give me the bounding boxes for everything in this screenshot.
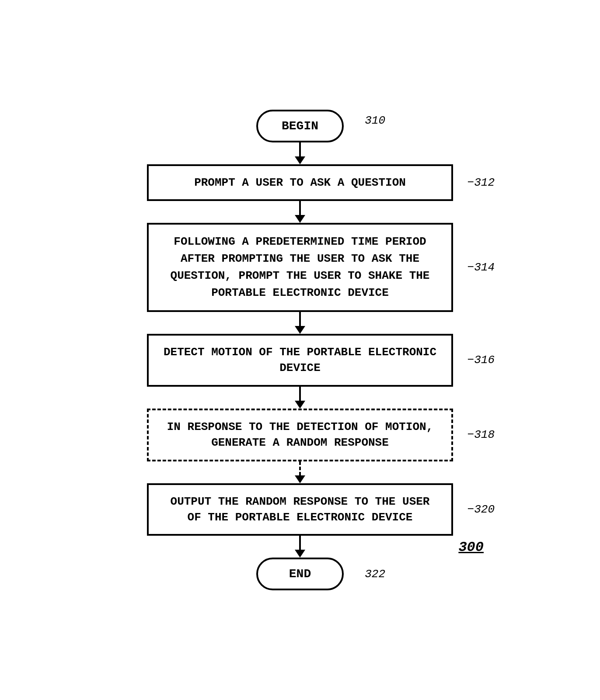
step4-box: IN RESPONSE TO THE DETECTION OF MOTION, …: [147, 409, 453, 461]
dashed-arrow-head: [295, 475, 305, 483]
end-box: END: [256, 558, 344, 590]
step2-label: FOLLOWING A PREDETERMINED TIME PERIOD AF…: [171, 235, 430, 299]
step5-label: OUTPUT THE RANDOM RESPONSE TO THE USER O…: [171, 495, 430, 524]
arrow-head-2: [295, 215, 305, 223]
arrow-head-3: [295, 326, 305, 334]
step4-node: IN RESPONSE TO THE DETECTION OF MOTION, …: [147, 409, 453, 461]
begin-node: BEGIN 310: [256, 110, 344, 142]
step4-ref: −318: [467, 428, 495, 441]
step2-node: FOLLOWING A PREDETERMINED TIME PERIOD AF…: [147, 223, 453, 312]
arrow-head: [295, 156, 305, 164]
arrow-6: [295, 536, 305, 558]
arrow-line-3: [299, 312, 301, 326]
step4-label: IN RESPONSE TO THE DETECTION OF MOTION, …: [167, 420, 433, 449]
begin-label: BEGIN: [282, 119, 318, 133]
step1-ref: −312: [467, 176, 495, 189]
begin-ref: 310: [365, 114, 385, 127]
step5-box: OUTPUT THE RANDOM RESPONSE TO THE USER O…: [147, 483, 453, 536]
end-node: END 322: [256, 558, 344, 590]
diagram-ref: 300: [458, 539, 484, 555]
flowchart-diagram: BEGIN 310 PROMPT A USER TO ASK A QUESTIO…: [103, 110, 497, 591]
arrow-line-2: [299, 201, 301, 215]
arrow-line-4: [299, 387, 301, 401]
end-ref: 322: [365, 568, 385, 581]
step2-ref: −314: [467, 261, 495, 274]
step3-label: DETECT MOTION OF THE PORTABLE ELECTRONIC…: [164, 346, 436, 374]
step2-box: FOLLOWING A PREDETERMINED TIME PERIOD AF…: [147, 223, 453, 312]
end-label: END: [289, 567, 311, 581]
step5-node: OUTPUT THE RANDOM RESPONSE TO THE USER O…: [147, 483, 453, 536]
dashed-arrow-5: [295, 461, 305, 483]
step1-node: PROMPT A USER TO ASK A QUESTION −312: [147, 164, 453, 201]
step1-box: PROMPT A USER TO ASK A QUESTION: [147, 164, 453, 201]
step3-node: DETECT MOTION OF THE PORTABLE ELECTRONIC…: [147, 334, 453, 387]
arrow-2: [295, 201, 305, 223]
step3-box: DETECT MOTION OF THE PORTABLE ELECTRONIC…: [147, 334, 453, 387]
arrow-line-6: [299, 536, 301, 550]
arrow-4: [295, 387, 305, 409]
arrow-head-6: [295, 550, 305, 558]
step5-ref: −320: [467, 503, 495, 516]
begin-box: BEGIN: [256, 110, 344, 142]
dashed-arrow-line: [299, 461, 301, 475]
step3-ref: −316: [467, 353, 495, 367]
arrow-1: [295, 142, 305, 164]
arrow-3: [295, 312, 305, 334]
step1-label: PROMPT A USER TO ASK A QUESTION: [194, 176, 406, 189]
arrow-head-4: [295, 401, 305, 409]
arrow-line: [299, 142, 301, 156]
